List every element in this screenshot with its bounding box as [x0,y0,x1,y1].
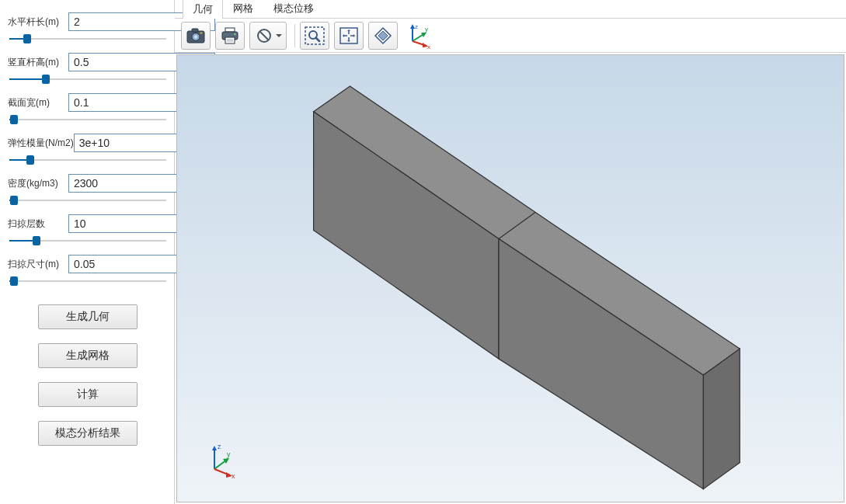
axes-icon: z y x [405,23,433,49]
elastic-modulus-slider[interactable] [8,154,168,166]
rotate-view-icon [373,26,393,46]
density-slider[interactable] [8,194,168,207]
tab-mesh[interactable]: 网格 [223,0,263,18]
horizontal-length-slider[interactable] [8,33,168,45]
svg-text:x: x [427,43,430,49]
viewport-toolbar: z y x [175,19,846,53]
rotate-view-button[interactable] [368,22,398,50]
print-button[interactable] [215,22,245,50]
param-row-vertical-height: 竖直杆高(m) [8,53,168,71]
param-row-section-width: 截面宽(m) [8,93,168,112]
app-root: 水平杆长(m) 竖直杆高(m) 截面宽(m) 弹性模量(N/m2) [0,0,846,504]
svg-rect-5 [225,28,235,32]
sweep-size-slider[interactable] [8,275,168,287]
param-row-sweep-layers: 扫掠层数 [8,214,168,233]
param-label: 竖直杆高(m) [8,56,68,69]
axes-button[interactable]: z y x [402,22,435,50]
zoom-box-icon [305,26,325,45]
svg-text:y: y [227,450,231,458]
svg-rect-8 [225,37,235,43]
tab-bar: 几何 网格 模态位移 [175,0,846,19]
screenshot-button[interactable] [181,22,211,50]
svg-text:z: z [218,443,221,450]
svg-text:x: x [232,472,235,478]
svg-rect-13 [305,27,324,44]
param-row-sweep-size: 扫掠尺寸(m) [8,255,168,273]
param-label: 弹性模量(N/m2) [8,137,74,150]
disable-dropdown-button[interactable] [249,22,287,50]
toolbar-separator [294,24,295,47]
sweep-layers-slider[interactable] [8,235,168,247]
fit-view-button[interactable] [334,22,364,50]
tab-modal-displacement[interactable]: 模态位移 [263,0,324,18]
generate-geometry-button[interactable]: 生成几何 [38,304,138,329]
main-area: 几何 网格 模态位移 [175,0,846,504]
param-row-elastic-modulus: 弹性模量(N/m2) [8,134,168,152]
no-entry-icon [256,27,273,44]
svg-rect-4 [200,32,203,33]
param-row-horizontal-length: 水平杆长(m) [8,12,168,31]
param-label: 密度(kg/m3) [8,177,68,190]
viewport-triad: z y x [204,440,242,478]
svg-point-7 [234,33,235,34]
zoom-box-button[interactable] [300,22,329,50]
modal-results-button[interactable]: 模态分析结果 [38,421,138,446]
compute-button[interactable]: 计算 [38,382,138,407]
fit-view-icon [339,26,359,45]
tab-geometry[interactable]: 几何 [183,0,223,19]
camera-icon [186,28,205,43]
param-label: 扫掠层数 [8,217,68,231]
param-label: 扫掠尺寸(m) [8,258,68,271]
svg-point-3 [194,35,197,38]
sidebar-button-stack: 生成几何 生成网格 计算 模态分析结果 [8,304,168,446]
param-label: 水平杆长(m) [8,16,68,29]
svg-line-15 [316,37,320,41]
param-label: 截面宽(m) [8,96,68,109]
svg-marker-18 [378,31,388,40]
param-row-density: 密度(kg/m3) [8,174,168,193]
generate-mesh-button[interactable]: 生成网格 [38,343,138,368]
svg-rect-1 [192,29,198,32]
sidebar: 水平杆长(m) 竖直杆高(m) 截面宽(m) 弹性模量(N/m2) [0,0,175,504]
print-icon [221,27,239,44]
section-width-slider[interactable] [8,113,168,126]
geometry-viewport[interactable]: z y x [176,54,844,502]
svg-text:y: y [425,26,428,33]
svg-line-12 [260,31,269,40]
geometry-canvas [177,55,844,502]
svg-marker-34 [212,446,217,450]
vertical-height-slider[interactable] [8,73,168,85]
svg-text:z: z [415,23,418,30]
